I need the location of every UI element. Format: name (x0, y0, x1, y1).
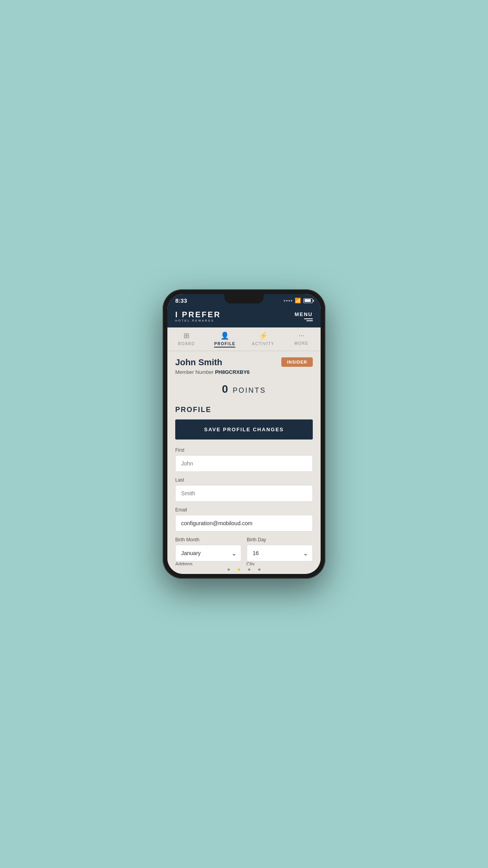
email-input[interactable] (175, 515, 313, 531)
city-col: City (246, 561, 313, 565)
tab-more[interactable]: ··· MORE (283, 327, 321, 351)
email-label: Email (175, 507, 313, 513)
brand-tagline: HOTEL REWARDS (175, 319, 221, 322)
first-name-label: First (175, 447, 313, 453)
signal-icon (284, 300, 292, 302)
member-info: John Smith Member Number PH8GCRXBY6 (175, 357, 250, 375)
birth-day-label: Birth Day (247, 537, 313, 542)
wifi-icon: 📶 (295, 298, 301, 303)
tier-badge: INSIDER (281, 357, 313, 367)
address-label: Address (175, 561, 242, 565)
member-name: John Smith (175, 357, 250, 368)
city-label: City (246, 561, 313, 565)
last-name-input[interactable] (175, 485, 313, 502)
profile-icon: 👤 (220, 331, 229, 340)
birth-month-label: Birth Month (175, 537, 241, 542)
top-nav: I PREFER HOTEL REWARDS MENU (167, 306, 321, 327)
brand-name: I PREFER (175, 310, 221, 319)
birth-month-col: Birth Month January February March April… (175, 537, 241, 561)
member-number-label: Member Number (175, 369, 214, 375)
profile-section: PROFILE SAVE PROFILE CHANGES First Last … (167, 402, 321, 565)
points-section: 0 POINTS (167, 380, 321, 402)
birth-day-wrapper: 16 ⌄ (247, 545, 313, 561)
birth-month-select[interactable]: January February March April May June Ju… (175, 545, 241, 561)
member-number: Member Number PH8GCRXBY6 (175, 369, 250, 375)
menu-label: MENU (295, 311, 313, 317)
board-icon: ⊞ (183, 331, 189, 340)
more-icon: ··· (299, 331, 305, 340)
nav-dot-4 (258, 568, 261, 571)
tab-activity-label: ACTIVITY (252, 342, 274, 346)
tab-profile[interactable]: 👤 PROFILE (206, 327, 244, 351)
birth-day-col: Birth Day 16 ⌄ (247, 537, 313, 561)
points-display: 0 POINTS (175, 383, 313, 395)
points-label: POINTS (233, 386, 266, 394)
tab-activity[interactable]: ⚡ ACTIVITY (244, 327, 283, 351)
activity-icon: ⚡ (259, 331, 268, 340)
birth-day-select[interactable]: 16 (247, 545, 313, 561)
birth-month-wrapper: January February March April May June Ju… (175, 545, 241, 561)
tab-bar: ⊞ BOARD 👤 PROFILE ⚡ ACTIVITY ··· MORE (167, 327, 321, 351)
address-row: Address City (175, 561, 313, 565)
status-time: 8:33 (175, 297, 187, 304)
profile-heading: PROFILE (175, 406, 313, 414)
bottom-indicator (167, 565, 321, 574)
status-icons: 📶 (284, 298, 313, 303)
nav-dot-1 (227, 568, 230, 571)
tab-profile-label: PROFILE (214, 342, 235, 348)
battery-icon (303, 298, 313, 303)
menu-line-1 (304, 318, 313, 319)
member-number-value: PH8GCRXBY6 (215, 369, 250, 375)
points-value: 0 (222, 383, 229, 395)
tab-board-label: BOARD (178, 342, 195, 346)
nav-dot-2 (238, 568, 240, 571)
menu-line-2 (306, 320, 313, 321)
menu-button[interactable]: MENU (295, 311, 313, 321)
member-section: John Smith Member Number PH8GCRXBY6 INSI… (167, 351, 321, 380)
save-profile-button[interactable]: SAVE PROFILE CHANGES (175, 419, 313, 440)
tab-more-label: MORE (294, 341, 308, 346)
address-col: Address (175, 561, 242, 565)
last-name-label: Last (175, 477, 313, 483)
brand-logo: I PREFER HOTEL REWARDS (175, 310, 221, 322)
first-name-group: First (175, 447, 313, 472)
scroll-content: John Smith Member Number PH8GCRXBY6 INSI… (167, 351, 321, 565)
first-name-input[interactable] (175, 455, 313, 472)
birth-row: Birth Month January February March April… (175, 537, 313, 561)
nav-dot-3 (248, 568, 250, 571)
tab-board[interactable]: ⊞ BOARD (167, 327, 206, 351)
last-name-group: Last (175, 477, 313, 502)
email-group: Email (175, 507, 313, 531)
